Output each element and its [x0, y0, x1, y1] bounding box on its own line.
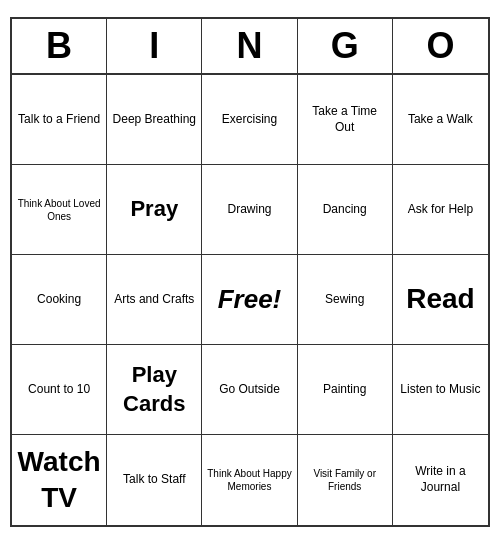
bingo-cell-13: Sewing	[298, 255, 393, 345]
bingo-cell-8: Dancing	[298, 165, 393, 255]
bingo-cell-2: Exercising	[202, 75, 297, 165]
bingo-cell-23: Visit Family or Friends	[298, 435, 393, 525]
bingo-cell-1: Deep Breathing	[107, 75, 202, 165]
bingo-letter-i: I	[107, 19, 202, 73]
bingo-card: BINGO Talk to a FriendDeep BreathingExer…	[10, 17, 490, 527]
bingo-cell-18: Painting	[298, 345, 393, 435]
bingo-cell-7: Drawing	[202, 165, 297, 255]
bingo-cell-24: Write in a Journal	[393, 435, 488, 525]
bingo-letter-b: B	[12, 19, 107, 73]
bingo-cell-17: Go Outside	[202, 345, 297, 435]
bingo-cell-0: Talk to a Friend	[12, 75, 107, 165]
bingo-cell-12: Free!	[202, 255, 297, 345]
bingo-letter-g: G	[298, 19, 393, 73]
bingo-cell-6: Pray	[107, 165, 202, 255]
bingo-cell-16: Play Cards	[107, 345, 202, 435]
bingo-cell-20: Watch TV	[12, 435, 107, 525]
bingo-cell-21: Talk to Staff	[107, 435, 202, 525]
bingo-header: BINGO	[12, 19, 488, 75]
bingo-cell-19: Listen to Music	[393, 345, 488, 435]
bingo-cell-5: Think About Loved Ones	[12, 165, 107, 255]
bingo-cell-11: Arts and Crafts	[107, 255, 202, 345]
bingo-cell-9: Ask for Help	[393, 165, 488, 255]
bingo-cell-22: Think About Happy Memories	[202, 435, 297, 525]
bingo-cell-10: Cooking	[12, 255, 107, 345]
bingo-cell-3: Take a Time Out	[298, 75, 393, 165]
bingo-letter-n: N	[202, 19, 297, 73]
bingo-grid: Talk to a FriendDeep BreathingExercising…	[12, 75, 488, 525]
bingo-cell-14: Read	[393, 255, 488, 345]
bingo-cell-15: Count to 10	[12, 345, 107, 435]
bingo-cell-4: Take a Walk	[393, 75, 488, 165]
bingo-letter-o: O	[393, 19, 488, 73]
